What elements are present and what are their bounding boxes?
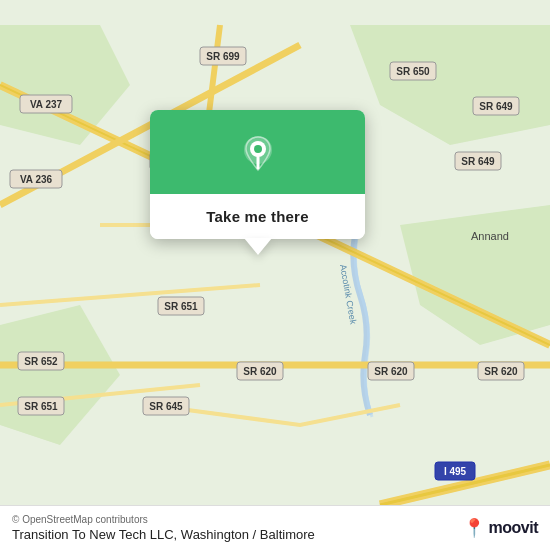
svg-text:SR 645: SR 645	[149, 401, 183, 412]
svg-text:SR 649: SR 649	[479, 101, 513, 112]
take-me-there-button[interactable]: Take me there	[150, 194, 365, 239]
popup-pointer	[244, 238, 272, 255]
svg-text:SR 620: SR 620	[243, 366, 277, 377]
location-pin-icon	[236, 132, 280, 176]
svg-point-39	[254, 145, 262, 153]
svg-text:SR 651: SR 651	[24, 401, 58, 412]
moovit-wordmark: moovit	[489, 519, 538, 537]
moovit-pin-icon: 📍	[463, 517, 485, 539]
location-text: Transition To New Tech LLC, Washington /…	[12, 527, 315, 542]
popup-card: Take me there	[150, 110, 365, 239]
svg-text:SR 650: SR 650	[396, 66, 430, 77]
svg-text:VA 236: VA 236	[20, 174, 53, 185]
svg-text:SR 652: SR 652	[24, 356, 58, 367]
svg-text:SR 620: SR 620	[484, 366, 518, 377]
svg-text:SR 620: SR 620	[374, 366, 408, 377]
moovit-logo: 📍 moovit	[463, 517, 538, 539]
svg-text:SR 649: SR 649	[461, 156, 495, 167]
bottom-left-info: © OpenStreetMap contributors Transition …	[12, 514, 315, 542]
copyright-text: © OpenStreetMap contributors	[12, 514, 315, 525]
map-background: VA 237 VA 236 SR 699 SR 699 SR 650 SR 64…	[0, 0, 550, 550]
svg-text:Annand: Annand	[471, 230, 509, 242]
map-container: VA 237 VA 236 SR 699 SR 699 SR 650 SR 64…	[0, 0, 550, 550]
popup-icon-area	[150, 110, 365, 194]
bottom-bar: © OpenStreetMap contributors Transition …	[0, 505, 550, 550]
svg-text:VA 237: VA 237	[30, 99, 63, 110]
svg-text:SR 651: SR 651	[164, 301, 198, 312]
svg-text:I 495: I 495	[444, 466, 467, 477]
svg-text:SR 699: SR 699	[206, 51, 240, 62]
